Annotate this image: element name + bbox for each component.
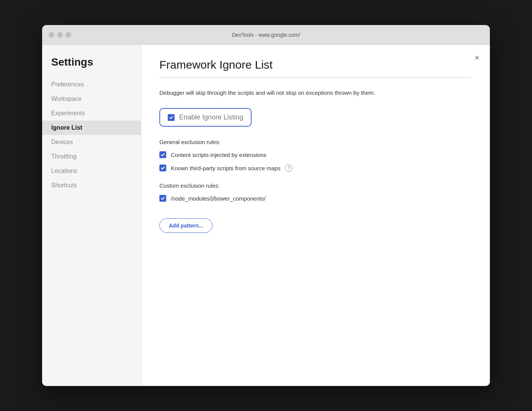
enable-ignore-listing-checkbox[interactable] [168, 114, 175, 121]
sidebar-nav: Preferences Workspace Experiments Ignore… [42, 77, 141, 193]
content-area: Settings Preferences Workspace Experimen… [42, 45, 490, 386]
rule-content-scripts: Content scripts injected by extensions [159, 151, 472, 158]
enable-ignore-listing-label[interactable]: Enable Ignore Listing [159, 108, 252, 127]
content-scripts-checkbox[interactable] [159, 151, 166, 158]
sidebar-item-throttling[interactable]: Throttling [42, 149, 141, 164]
node-modules-label: /node_modules/|/bower_components/ [171, 195, 266, 202]
sidebar-item-devices[interactable]: Devices [42, 135, 141, 149]
enable-ignore-listing-text: Enable Ignore Listing [179, 113, 243, 121]
add-pattern-button[interactable]: Add pattern... [159, 218, 212, 233]
main-panel: × Framework Ignore List Debugger will sk… [141, 45, 490, 386]
third-party-scripts-label: Known third-party scripts from source ma… [171, 165, 280, 171]
general-exclusion-label: General exclusion rules: [159, 139, 472, 145]
custom-exclusion-label: Custom exclusion rules: [159, 182, 472, 189]
close-traffic-light[interactable] [49, 32, 54, 38]
sidebar-title: Settings [42, 56, 141, 77]
sidebar-item-workspace[interactable]: Workspace [42, 92, 141, 106]
sidebar-item-ignore-list[interactable]: Ignore List [42, 121, 141, 135]
node-modules-checkbox[interactable] [159, 195, 166, 202]
sidebar: Settings Preferences Workspace Experimen… [42, 45, 141, 386]
sidebar-item-preferences[interactable]: Preferences [42, 77, 141, 92]
sidebar-item-shortcuts[interactable]: Shortcuts [42, 178, 141, 193]
third-party-scripts-checkbox[interactable] [159, 165, 166, 171]
minimize-traffic-light[interactable] [57, 32, 63, 38]
sidebar-item-experiments[interactable]: Experiments [42, 106, 141, 121]
custom-exclusion-section: Custom exclusion rules: /node_modules/|/… [159, 182, 472, 202]
divider [159, 77, 472, 78]
rule-node-modules: /node_modules/|/bower_components/ [159, 195, 472, 202]
general-exclusion-section: General exclusion rules: Content scripts… [159, 139, 472, 172]
content-scripts-label: Content scripts injected by extensions [171, 152, 266, 158]
close-button[interactable]: × [475, 54, 479, 61]
traffic-lights [49, 32, 71, 38]
rule-third-party-scripts: Known third-party scripts from source ma… [159, 164, 472, 172]
devtools-window: DevTools - www.google.com/ Settings Pref… [42, 25, 490, 386]
description: Debugger will skip through the scripts a… [159, 88, 417, 97]
help-icon[interactable]: ? [285, 164, 293, 172]
sidebar-item-locations[interactable]: Locations [42, 164, 141, 178]
page-title: Framework Ignore List [159, 58, 472, 71]
titlebar-title: DevTools - www.google.com/ [232, 32, 300, 38]
fullscreen-traffic-light[interactable] [66, 32, 71, 38]
titlebar: DevTools - www.google.com/ [42, 25, 490, 45]
